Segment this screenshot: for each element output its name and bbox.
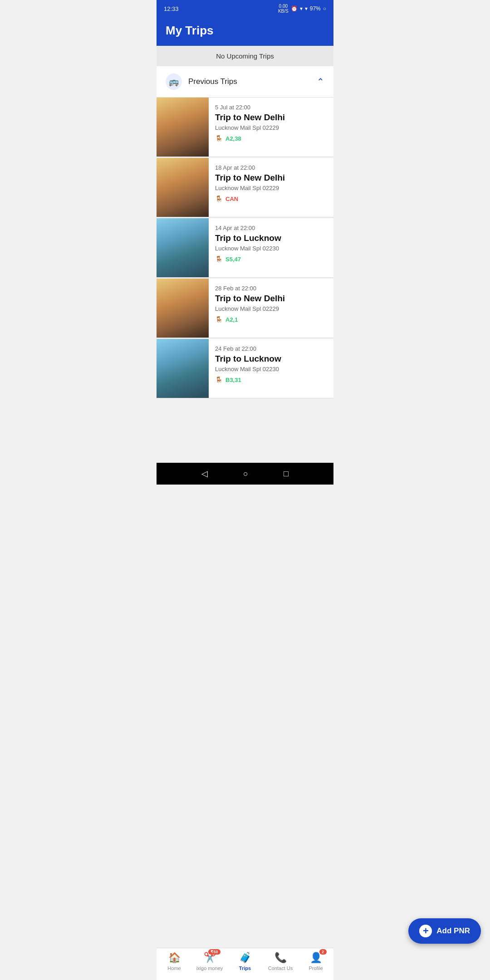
no-upcoming-text: No Upcoming Trips (216, 52, 274, 60)
trip-destination: Trip to Lucknow (215, 354, 327, 364)
seat-icon: 🪑 (215, 135, 223, 142)
chevron-up-icon: ⌃ (317, 76, 324, 87)
no-upcoming-banner: No Upcoming Trips (157, 46, 333, 66)
trip-info: 14 Apr at 22:00 Trip to Lucknow Lucknow … (209, 218, 333, 277)
trip-info: 24 Feb at 22:00 Trip to Lucknow Lucknow … (209, 339, 333, 398)
seat-number: CAN (225, 196, 238, 202)
trip-train: Lucknow Mail Spl 02229 (215, 185, 327, 191)
train-icon: 🚌 (166, 74, 182, 90)
trip-info: 28 Feb at 22:00 Trip to New Delhi Luckno… (209, 279, 333, 338)
trip-date: 18 Apr at 22:00 (215, 164, 327, 171)
seat-icon: 🪑 (215, 255, 223, 263)
list-item[interactable]: 24 Feb at 22:00 Trip to Lucknow Lucknow … (157, 339, 333, 398)
seat-number: A2,38 (225, 135, 241, 142)
trip-list: 5 Jul at 22:00 Trip to New Delhi Lucknow… (157, 98, 333, 463)
trip-date: 28 Feb at 22:00 (215, 285, 327, 292)
seat-icon: 🪑 (215, 376, 223, 383)
list-item[interactable]: 5 Jul at 22:00 Trip to New Delhi Lucknow… (157, 98, 333, 157)
trip-seat: 🪑 S5,47 (215, 255, 327, 263)
page-title: My Trips (166, 24, 213, 37)
battery-icon: ○ (323, 5, 326, 12)
previous-trips-label: Previous Trips (188, 77, 317, 86)
android-nav-bar: ◁ ○ □ (157, 463, 333, 485)
seat-number: A2,1 (225, 316, 238, 323)
wifi-icon: ▾ (300, 5, 303, 12)
list-item[interactable]: 18 Apr at 22:00 Trip to New Delhi Luckno… (157, 158, 333, 217)
trip-image (157, 279, 209, 338)
recents-icon[interactable]: □ (284, 469, 289, 479)
trip-train: Lucknow Mail Spl 02230 (215, 245, 327, 252)
trip-seat: 🪑 B3,31 (215, 376, 327, 383)
home-circle-icon[interactable]: ○ (243, 469, 248, 479)
trip-destination: Trip to New Delhi (215, 294, 327, 304)
trip-date: 5 Jul at 22:00 (215, 104, 327, 111)
trip-train: Lucknow Mail Spl 02229 (215, 124, 327, 131)
trip-date: 14 Apr at 22:00 (215, 225, 327, 231)
seat-icon: 🪑 (215, 316, 223, 323)
trip-seat: 🪑 A2,1 (215, 316, 327, 323)
trip-image (157, 339, 209, 398)
status-time: 12:33 (164, 5, 179, 12)
list-item[interactable]: 14 Apr at 22:00 Trip to Lucknow Lucknow … (157, 218, 333, 278)
alarm-icon: ⏰ (291, 5, 298, 12)
status-bar: 12:33 0.00KB/S ⏰ ▾ ▾ 97% ○ (157, 0, 333, 17)
trip-destination: Trip to New Delhi (215, 173, 327, 183)
trip-train: Lucknow Mail Spl 02229 (215, 305, 327, 312)
trip-info: 18 Apr at 22:00 Trip to New Delhi Luckno… (209, 158, 333, 217)
trip-date: 24 Feb at 22:00 (215, 345, 327, 352)
battery-percent: 97% (310, 5, 321, 12)
trip-destination: Trip to New Delhi (215, 113, 327, 122)
trip-train: Lucknow Mail Spl 02230 (215, 366, 327, 372)
trip-image (157, 98, 209, 157)
seat-icon: 🪑 (215, 195, 223, 202)
trip-info: 5 Jul at 22:00 Trip to New Delhi Lucknow… (209, 98, 333, 157)
trip-image (157, 218, 209, 277)
status-icons: 0.00KB/S ⏰ ▾ ▾ 97% ○ (278, 4, 326, 14)
seat-number: S5,47 (225, 256, 241, 263)
trip-image (157, 158, 209, 217)
kb-speed: 0.00KB/S (278, 4, 289, 14)
page-header: My Trips (157, 17, 333, 46)
back-icon[interactable]: ◁ (201, 469, 208, 479)
previous-trips-toggle[interactable]: 🚌 Previous Trips ⌃ (157, 66, 333, 98)
list-item[interactable]: 28 Feb at 22:00 Trip to New Delhi Luckno… (157, 279, 333, 338)
trip-destination: Trip to Lucknow (215, 233, 327, 243)
trip-seat: 🪑 CAN (215, 195, 327, 202)
seat-number: B3,31 (225, 377, 241, 383)
signal-icon: ▾ (305, 5, 308, 12)
trip-seat: 🪑 A2,38 (215, 135, 327, 142)
